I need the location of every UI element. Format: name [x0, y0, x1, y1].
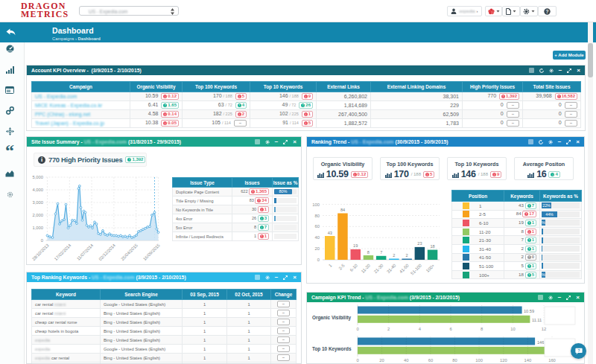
- svg-text:?: ?: [577, 348, 580, 352]
- svg-text:?: ?: [546, 8, 549, 13]
